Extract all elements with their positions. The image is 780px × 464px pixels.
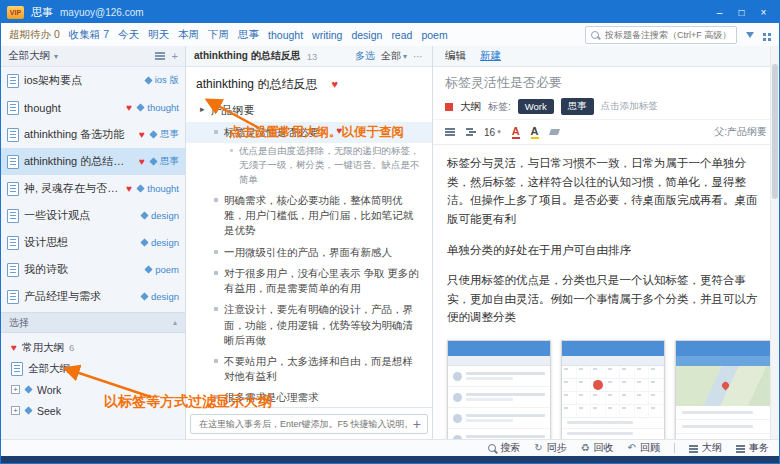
filter-icon[interactable] <box>746 32 754 38</box>
favorite-heart-icon[interactable]: ♥ <box>337 125 343 137</box>
outline-row[interactable]: ios架构要点 ios 版 <box>1 67 185 94</box>
right-scrollbar[interactable] <box>770 46 779 440</box>
font-size-control[interactable]: 16▾ <box>484 127 501 138</box>
search-input[interactable] <box>603 29 731 41</box>
outline-item-row[interactable]: 一用微级引住的产品，界面有新感人 <box>186 242 432 263</box>
tag-chip[interactable]: ios 版 <box>145 74 179 87</box>
nav-item-tomorrow[interactable]: 明天 <box>148 28 169 42</box>
outline-row[interactable]: athinkthing 备选功能 ♥ 思事 <box>1 121 185 148</box>
new-note-link[interactable]: 新建 <box>480 49 501 63</box>
nav-item-today[interactable]: 今天 <box>118 28 139 42</box>
highlight-color-button[interactable]: A <box>531 125 539 139</box>
outline-row[interactable]: 设计思想 design <box>1 229 185 256</box>
tag-chip[interactable]: design <box>141 237 179 248</box>
outline-item-row[interactable]: 对于很多用户，没有心里表示 争取 更多的有益用，而是需要简单的有用 <box>186 263 432 299</box>
quick-add-box[interactable]: + <box>190 414 428 434</box>
sync-button[interactable]: ↻ 同步 <box>534 441 566 455</box>
expand-plus-icon[interactable]: + <box>11 385 20 394</box>
screenshot-row <box>676 406 778 420</box>
clear-format-icon[interactable] <box>548 129 559 135</box>
add-tag-hint[interactable]: 点击添加标签 <box>601 100 658 113</box>
outline-item-row[interactable]: 不要站用户，太多选择和自由，而是想样对他有益利 <box>186 351 432 387</box>
sort-icon[interactable] <box>155 52 165 54</box>
outline-row[interactable]: 神, 灵魂存在与否的推测 ♥ thought <box>1 175 185 202</box>
quick-add-input[interactable] <box>197 418 409 430</box>
tag-chip[interactable]: design <box>141 291 179 302</box>
tree-item-work-tag[interactable]: + Work <box>1 379 185 400</box>
note-tag-chip[interactable]: Work <box>518 99 554 114</box>
favorite-heart-icon[interactable]: ♥ <box>139 157 145 167</box>
nav-item-this-week[interactable]: 本周 <box>178 28 199 42</box>
nav-item-overdue[interactable]: 超期待办 0 <box>9 28 60 42</box>
outline-item-row[interactable]: 注意设计，要先有明确的设计，产品，界面，功能，使用逻辑，优势等较为明确清晰后再做 <box>186 299 432 351</box>
outline-title: athinkthing 备选功能 <box>24 127 134 142</box>
close-button[interactable]: × <box>754 5 773 20</box>
nav-item-inbox[interactable]: 收集箱 7 <box>69 28 109 42</box>
window-controls: – □ × <box>710 5 773 20</box>
collapse-triangle-icon[interactable]: ▸ <box>200 104 205 114</box>
outline-title: 我的诗歌 <box>24 262 140 277</box>
multi-select-button[interactable]: 多选 <box>355 49 375 63</box>
indent-icon[interactable] <box>466 128 473 130</box>
outline-item-row-selected[interactable]: 标签灵活性是否必要 ♥ <box>186 122 432 143</box>
tree-item-all-outlines[interactable]: 全部大纲 9 <box>1 358 185 379</box>
outline-row[interactable]: 产品经理与需求 design <box>1 283 185 310</box>
minimize-button[interactable]: – <box>710 5 729 20</box>
note-tag-chip[interactable]: 思事 <box>561 98 594 115</box>
tree-item-seek-tag[interactable]: + Seek <box>1 400 185 421</box>
tag-chip[interactable]: 思事 <box>150 155 179 168</box>
maximize-button[interactable]: □ <box>732 5 751 20</box>
parent-node-reference[interactable]: 父:产品纲要 <box>714 125 767 139</box>
nav-item-read[interactable]: read <box>391 29 412 41</box>
select-section-header[interactable]: 选择 ▴ <box>1 312 185 333</box>
outline-view-tab[interactable]: 大纲 <box>689 441 722 455</box>
note-editor[interactable]: 标签分与灵活，与日常习惯不一致，日常为属于一个单独分类，然后标签，这样符合以往的… <box>433 145 779 440</box>
outline-row[interactable]: 我的诗歌 poem <box>1 256 185 283</box>
grid-menu-icon[interactable] <box>763 33 766 36</box>
outline-item-row[interactable]: 很多需求是心理需求 <box>186 387 432 407</box>
outline-row-selected[interactable]: athinkthing 的总结反思 ♥ 思事 <box>1 148 185 175</box>
nav-item-design[interactable]: design <box>351 29 382 41</box>
add-item-button[interactable]: + <box>413 417 421 431</box>
outline-note-row[interactable]: 优点是自由度选择除，无限的递归的标签，无须子一级，树分类，一键语音。缺点是不简单 <box>186 143 432 190</box>
review-button[interactable]: ↶ 回顾 <box>628 441 660 455</box>
note-title[interactable]: 标签灵活性是否必要 <box>433 67 779 94</box>
favorite-heart-icon[interactable]: ♥ <box>331 79 338 90</box>
favorite-heart-icon[interactable]: ♥ <box>126 103 132 113</box>
font-color-button[interactable]: A <box>512 125 520 139</box>
expand-plus-icon[interactable]: + <box>11 406 20 415</box>
search-box[interactable] <box>585 26 737 44</box>
recycle-button[interactable]: ♻ 回收 <box>581 441 614 455</box>
favorite-heart-icon[interactable]: ♥ <box>126 184 132 194</box>
list-format-icon[interactable] <box>445 128 455 130</box>
nav-item-poem[interactable]: poem <box>421 29 447 41</box>
outline-root-row[interactable]: athinkthing 的总结反思 ♥ <box>186 69 432 99</box>
tasks-view-tab[interactable]: 事务 <box>736 441 769 455</box>
tree-item-favorite-outlines[interactable]: ♥ 常用大纲 6 <box>1 337 185 358</box>
nav-item-next-week[interactable]: 下周 <box>208 28 229 42</box>
tag-chip[interactable]: 思事 <box>150 128 179 141</box>
screenshot-row <box>448 387 550 408</box>
outline-list-header[interactable]: 全部大纲 ▾ + <box>1 46 185 67</box>
tag-chip[interactable]: design <box>141 210 179 221</box>
caret-down-icon[interactable]: ▾ <box>54 52 58 61</box>
outline-row[interactable]: 一些设计观点 design <box>1 202 185 229</box>
nav-item-thought[interactable]: thought <box>268 29 303 41</box>
outline-group-row[interactable]: ▸ 产品纲要 <box>186 99 432 122</box>
scrollbar-thumb[interactable] <box>772 64 778 199</box>
filter-dropdown[interactable]: 全部▾ <box>381 49 407 63</box>
tag-chip[interactable]: poem <box>145 264 179 275</box>
nav-item-sishi[interactable]: 思事 <box>238 28 259 42</box>
tag-icon <box>140 292 148 300</box>
search-button[interactable]: 搜索 <box>488 441 520 455</box>
tag-chip[interactable]: thought <box>137 102 179 113</box>
tag-chip[interactable]: thought <box>137 183 179 194</box>
tag-icon <box>140 211 148 219</box>
add-outline-icon[interactable]: + <box>172 51 178 62</box>
favorite-heart-icon[interactable]: ♥ <box>139 130 145 140</box>
outline-row[interactable]: thought ♥ thought <box>1 94 185 121</box>
nav-item-writing[interactable]: writing <box>312 29 342 41</box>
collapse-up-icon[interactable]: ▴ <box>173 318 177 327</box>
outline-item-row[interactable]: 明确需求，核心必要功能，整体简明优雅，用户门槛低，用户们届，比如笔记就是优势 <box>186 190 432 242</box>
more-icon[interactable]: ⋯ <box>413 51 424 62</box>
